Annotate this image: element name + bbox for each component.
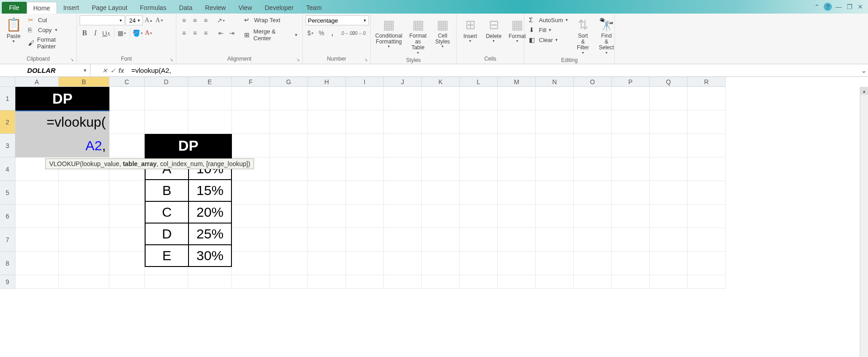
shrink-font-button[interactable]: A▼: [155, 15, 165, 25]
cell-Q9[interactable]: [650, 275, 688, 289]
cell-M1[interactable]: [498, 87, 536, 110]
borders-button[interactable]: ▦▼: [117, 28, 127, 38]
column-header-O[interactable]: O: [574, 77, 612, 87]
delete-cells-button[interactable]: ⊟Delete▼: [483, 15, 505, 44]
cell-M2[interactable]: [498, 110, 536, 134]
cell-H1[interactable]: [308, 87, 346, 110]
column-header-G[interactable]: G: [270, 77, 308, 87]
clear-button[interactable]: ◧Clear▼: [527, 35, 570, 44]
row-header-1[interactable]: 1: [0, 87, 15, 110]
cell-R5[interactable]: [688, 181, 726, 205]
formula-input[interactable]: =vlookup(A2,: [128, 67, 859, 74]
cell-J2[interactable]: [384, 110, 422, 134]
cell-N8[interactable]: [536, 252, 574, 275]
tab-insert[interactable]: Insert: [57, 2, 85, 14]
column-header-M[interactable]: M: [498, 77, 536, 87]
cell-F5[interactable]: [232, 181, 270, 205]
conditional-formatting-button[interactable]: ▦Conditional Formatting▼: [373, 15, 404, 50]
cell-P2[interactable]: [612, 110, 650, 134]
cell-Q3[interactable]: [650, 134, 688, 157]
autosum-button[interactable]: ΣAutoSum▼: [527, 15, 570, 24]
cell-O4[interactable]: [574, 157, 612, 181]
row-header-4[interactable]: 4: [0, 157, 15, 181]
cell-N9[interactable]: [536, 275, 574, 289]
cell-D9[interactable]: [145, 275, 188, 289]
tab-review[interactable]: Review: [199, 2, 232, 14]
cell-P5[interactable]: [612, 181, 650, 205]
cell-L5[interactable]: [460, 181, 498, 205]
comma-format-button[interactable]: ,: [327, 28, 337, 38]
cell-Q8[interactable]: [650, 252, 688, 275]
column-header-E[interactable]: E: [188, 77, 232, 87]
cell-D1[interactable]: [145, 87, 188, 110]
font-color-button[interactable]: A▼: [144, 28, 154, 38]
cell-L1[interactable]: [460, 87, 498, 110]
copy-button[interactable]: ⎘Copy▼: [26, 25, 74, 34]
cell-A7[interactable]: [15, 228, 59, 252]
cell-O3[interactable]: [574, 134, 612, 157]
insert-function-button[interactable]: fx: [118, 67, 124, 74]
cell-C3[interactable]: [109, 134, 145, 157]
cell-G5[interactable]: [270, 181, 308, 205]
tab-file[interactable]: File: [2, 2, 27, 14]
cell-F2[interactable]: [232, 110, 270, 134]
cell-B8[interactable]: [59, 252, 109, 275]
cell-R3[interactable]: [688, 134, 726, 157]
dialog-launcher-icon[interactable]: ↘: [296, 57, 300, 62]
align-top-button[interactable]: ≡: [179, 15, 189, 25]
cell-J1[interactable]: [384, 87, 422, 110]
paste-button[interactable]: 📋 Paste ▼: [3, 15, 24, 45]
dialog-launcher-icon[interactable]: ↘: [364, 57, 368, 62]
column-header-K[interactable]: K: [422, 77, 460, 87]
cell-R8[interactable]: [688, 252, 726, 275]
cell-O1[interactable]: [574, 87, 612, 110]
cell-K7[interactable]: [422, 228, 460, 252]
cell-O8[interactable]: [574, 252, 612, 275]
cell-I5[interactable]: [346, 181, 384, 205]
align-left-button[interactable]: ≡: [179, 28, 189, 38]
cell-O5[interactable]: [574, 181, 612, 205]
font-name-combo[interactable]: ▼: [80, 15, 125, 25]
cell-B5[interactable]: [59, 181, 109, 205]
fill-color-button[interactable]: 🪣▼: [133, 28, 143, 38]
column-header-F[interactable]: F: [232, 77, 270, 87]
fill-button[interactable]: ⬇Fill▼: [527, 25, 570, 34]
cell-N3[interactable]: [536, 134, 574, 157]
cell-O9[interactable]: [574, 275, 612, 289]
cell-D2[interactable]: [145, 110, 188, 134]
cell-E1[interactable]: [188, 87, 232, 110]
cell-A8[interactable]: [15, 252, 59, 275]
close-icon[interactable]: ✕: [856, 3, 864, 11]
cell-J3[interactable]: [384, 134, 422, 157]
row-header-9[interactable]: 9: [0, 275, 15, 289]
cell-G9[interactable]: [270, 275, 308, 289]
select-all-corner[interactable]: [0, 77, 15, 87]
formula-bar-expand-icon[interactable]: ⌄: [859, 66, 868, 75]
cell-K8[interactable]: [422, 252, 460, 275]
cut-button[interactable]: ✂Cut: [26, 15, 74, 24]
decrease-indent-button[interactable]: ⇤: [216, 28, 226, 38]
cell-Q6[interactable]: [650, 205, 688, 228]
cell-P8[interactable]: [612, 252, 650, 275]
cell-F7[interactable]: [232, 228, 270, 252]
format-as-table-button[interactable]: ▦Format as Table▼: [406, 15, 430, 56]
ribbon-minimize-icon[interactable]: ⌃: [813, 3, 821, 11]
column-header-H[interactable]: H: [308, 77, 346, 87]
cell-I4[interactable]: [346, 157, 384, 181]
cell-C5[interactable]: [109, 181, 145, 205]
cell-H4[interactable]: [308, 157, 346, 181]
cell-R6[interactable]: [688, 205, 726, 228]
font-size-combo[interactable]: 24▼: [126, 15, 143, 25]
help-icon[interactable]: ?: [824, 3, 832, 11]
column-header-D[interactable]: D: [145, 77, 188, 87]
row-header-2[interactable]: 2: [0, 110, 15, 134]
cell-K3[interactable]: [422, 134, 460, 157]
cell-H2[interactable]: [308, 110, 346, 134]
cell-M3[interactable]: [498, 134, 536, 157]
cell-H5[interactable]: [308, 181, 346, 205]
cell-M8[interactable]: [498, 252, 536, 275]
formula-enter-button[interactable]: ✓: [110, 67, 116, 74]
cell-L7[interactable]: [460, 228, 498, 252]
italic-button[interactable]: I: [90, 28, 100, 38]
cell-I8[interactable]: [346, 252, 384, 275]
